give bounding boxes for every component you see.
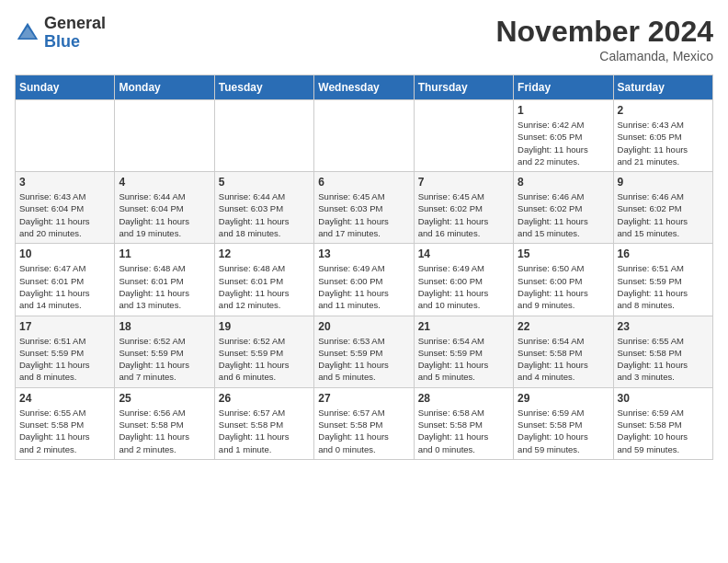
day-number: 5 xyxy=(219,176,310,189)
calendar-cell: 14Sunrise: 6:49 AM Sunset: 6:00 PM Dayli… xyxy=(414,244,513,316)
calendar-cell xyxy=(214,100,313,172)
calendar-cell: 20Sunrise: 6:53 AM Sunset: 5:59 PM Dayli… xyxy=(314,316,414,387)
day-info: Sunrise: 6:57 AM Sunset: 5:58 PM Dayligh… xyxy=(219,407,310,455)
day-info: Sunrise: 6:42 AM Sunset: 6:05 PM Dayligh… xyxy=(518,119,609,167)
day-number: 19 xyxy=(219,320,310,333)
calendar-cell: 7Sunrise: 6:45 AM Sunset: 6:02 PM Daylig… xyxy=(414,172,513,244)
day-info: Sunrise: 6:49 AM Sunset: 6:00 PM Dayligh… xyxy=(318,262,409,311)
calendar-cell: 18Sunrise: 6:52 AM Sunset: 5:59 PM Dayli… xyxy=(115,316,214,387)
day-info: Sunrise: 6:56 AM Sunset: 5:58 PM Dayligh… xyxy=(119,407,210,455)
day-number: 10 xyxy=(19,247,110,260)
day-number: 23 xyxy=(618,320,709,333)
day-info: Sunrise: 6:45 AM Sunset: 6:03 PM Dayligh… xyxy=(318,190,409,239)
day-number: 2 xyxy=(618,104,709,117)
day-info: Sunrise: 6:55 AM Sunset: 5:58 PM Dayligh… xyxy=(618,335,709,384)
day-info: Sunrise: 6:59 AM Sunset: 5:58 PM Dayligh… xyxy=(518,407,609,455)
calendar-cell: 13Sunrise: 6:49 AM Sunset: 6:00 PM Dayli… xyxy=(314,244,414,316)
logo-general: General xyxy=(44,15,106,33)
day-number: 21 xyxy=(418,320,509,333)
day-header-friday: Friday xyxy=(514,75,613,100)
day-info: Sunrise: 6:47 AM Sunset: 6:01 PM Dayligh… xyxy=(19,262,110,311)
day-info: Sunrise: 6:44 AM Sunset: 6:04 PM Dayligh… xyxy=(119,190,210,239)
day-info: Sunrise: 6:50 AM Sunset: 6:00 PM Dayligh… xyxy=(518,262,609,311)
day-info: Sunrise: 6:43 AM Sunset: 6:05 PM Dayligh… xyxy=(618,119,709,167)
day-info: Sunrise: 6:48 AM Sunset: 6:01 PM Dayligh… xyxy=(219,262,310,311)
calendar-cell: 29Sunrise: 6:59 AM Sunset: 5:58 PM Dayli… xyxy=(514,387,613,459)
day-info: Sunrise: 6:54 AM Sunset: 5:59 PM Dayligh… xyxy=(418,335,509,384)
week-row: 10Sunrise: 6:47 AM Sunset: 6:01 PM Dayli… xyxy=(16,244,713,316)
day-header-thursday: Thursday xyxy=(414,75,513,100)
day-info: Sunrise: 6:51 AM Sunset: 5:59 PM Dayligh… xyxy=(19,335,110,384)
header-row: SundayMondayTuesdayWednesdayThursdayFrid… xyxy=(16,75,713,100)
day-info: Sunrise: 6:45 AM Sunset: 6:02 PM Dayligh… xyxy=(418,190,509,239)
week-row: 17Sunrise: 6:51 AM Sunset: 5:59 PM Dayli… xyxy=(16,316,713,387)
day-number: 4 xyxy=(119,176,210,189)
day-number: 13 xyxy=(318,247,409,260)
calendar-cell: 24Sunrise: 6:55 AM Sunset: 5:58 PM Dayli… xyxy=(16,387,115,459)
week-row: 24Sunrise: 6:55 AM Sunset: 5:58 PM Dayli… xyxy=(16,387,713,459)
calendar-cell: 6Sunrise: 6:45 AM Sunset: 6:03 PM Daylig… xyxy=(314,172,414,244)
day-header-tuesday: Tuesday xyxy=(214,75,313,100)
calendar-cell: 8Sunrise: 6:46 AM Sunset: 6:02 PM Daylig… xyxy=(514,172,613,244)
day-number: 22 xyxy=(518,320,609,333)
calendar: SundayMondayTuesdayWednesdayThursdayFrid… xyxy=(15,75,713,460)
day-info: Sunrise: 6:52 AM Sunset: 5:59 PM Dayligh… xyxy=(119,335,210,384)
logo-blue: Blue xyxy=(44,33,106,52)
calendar-cell: 12Sunrise: 6:48 AM Sunset: 6:01 PM Dayli… xyxy=(214,244,313,316)
day-number: 3 xyxy=(19,176,110,189)
day-number: 25 xyxy=(119,392,210,405)
day-number: 15 xyxy=(518,247,609,260)
day-number: 17 xyxy=(19,320,110,333)
page-header: General Blue November 2024 Calamanda, Me… xyxy=(15,15,713,63)
day-info: Sunrise: 6:57 AM Sunset: 5:58 PM Dayligh… xyxy=(318,407,409,455)
location: Calamanda, Mexico xyxy=(495,49,713,63)
day-header-wednesday: Wednesday xyxy=(314,75,414,100)
day-number: 12 xyxy=(219,247,310,260)
calendar-cell xyxy=(414,100,513,172)
calendar-cell: 11Sunrise: 6:48 AM Sunset: 6:01 PM Dayli… xyxy=(115,244,214,316)
day-info: Sunrise: 6:46 AM Sunset: 6:02 PM Dayligh… xyxy=(618,190,709,239)
calendar-cell xyxy=(115,100,214,172)
day-info: Sunrise: 6:58 AM Sunset: 5:58 PM Dayligh… xyxy=(418,407,509,455)
day-number: 18 xyxy=(119,320,210,333)
day-number: 14 xyxy=(418,247,509,260)
day-number: 30 xyxy=(618,392,709,405)
day-info: Sunrise: 6:43 AM Sunset: 6:04 PM Dayligh… xyxy=(19,190,110,239)
title-block: November 2024 Calamanda, Mexico xyxy=(495,15,713,63)
logo: General Blue xyxy=(15,15,106,52)
calendar-cell: 19Sunrise: 6:52 AM Sunset: 5:59 PM Dayli… xyxy=(214,316,313,387)
calendar-cell: 30Sunrise: 6:59 AM Sunset: 5:58 PM Dayli… xyxy=(613,387,712,459)
calendar-cell: 16Sunrise: 6:51 AM Sunset: 5:59 PM Dayli… xyxy=(613,244,712,316)
week-row: 1Sunrise: 6:42 AM Sunset: 6:05 PM Daylig… xyxy=(16,100,713,172)
day-info: Sunrise: 6:48 AM Sunset: 6:01 PM Dayligh… xyxy=(119,262,210,311)
day-number: 27 xyxy=(318,392,409,405)
day-number: 7 xyxy=(418,176,509,189)
day-info: Sunrise: 6:52 AM Sunset: 5:59 PM Dayligh… xyxy=(219,335,310,384)
day-number: 8 xyxy=(518,176,609,189)
day-header-sunday: Sunday xyxy=(16,75,115,100)
week-row: 3Sunrise: 6:43 AM Sunset: 6:04 PM Daylig… xyxy=(16,172,713,244)
day-info: Sunrise: 6:49 AM Sunset: 6:00 PM Dayligh… xyxy=(418,262,509,311)
calendar-cell xyxy=(16,100,115,172)
calendar-cell: 21Sunrise: 6:54 AM Sunset: 5:59 PM Dayli… xyxy=(414,316,513,387)
day-number: 28 xyxy=(418,392,509,405)
calendar-cell: 27Sunrise: 6:57 AM Sunset: 5:58 PM Dayli… xyxy=(314,387,414,459)
day-info: Sunrise: 6:51 AM Sunset: 5:59 PM Dayligh… xyxy=(618,262,709,311)
day-number: 24 xyxy=(19,392,110,405)
calendar-cell: 10Sunrise: 6:47 AM Sunset: 6:01 PM Dayli… xyxy=(16,244,115,316)
day-header-monday: Monday xyxy=(115,75,214,100)
day-number: 16 xyxy=(618,247,709,260)
calendar-cell: 28Sunrise: 6:58 AM Sunset: 5:58 PM Dayli… xyxy=(414,387,513,459)
calendar-cell: 2Sunrise: 6:43 AM Sunset: 6:05 PM Daylig… xyxy=(613,100,712,172)
calendar-cell xyxy=(314,100,414,172)
calendar-cell: 1Sunrise: 6:42 AM Sunset: 6:05 PM Daylig… xyxy=(514,100,613,172)
day-info: Sunrise: 6:59 AM Sunset: 5:58 PM Dayligh… xyxy=(618,407,709,455)
day-number: 11 xyxy=(119,247,210,260)
calendar-cell: 25Sunrise: 6:56 AM Sunset: 5:58 PM Dayli… xyxy=(115,387,214,459)
calendar-cell: 26Sunrise: 6:57 AM Sunset: 5:58 PM Dayli… xyxy=(214,387,313,459)
day-number: 9 xyxy=(618,176,709,189)
logo-icon xyxy=(15,20,40,46)
calendar-cell: 23Sunrise: 6:55 AM Sunset: 5:58 PM Dayli… xyxy=(613,316,712,387)
day-number: 6 xyxy=(318,176,409,189)
calendar-cell: 5Sunrise: 6:44 AM Sunset: 6:03 PM Daylig… xyxy=(214,172,313,244)
